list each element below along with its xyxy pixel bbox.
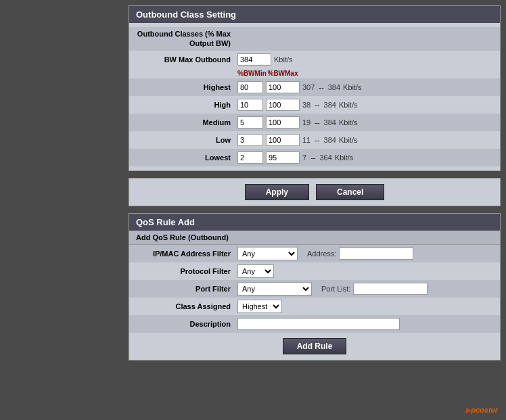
- class-label-highest: Highest: [129, 83, 237, 91]
- class-values-medium: 19 -- 384 Kbit/s: [237, 116, 500, 129]
- medium-val-min: 19: [302, 118, 310, 126]
- highest-unit: Kbit/s: [343, 83, 362, 91]
- outbound-panel-body: Outbound Classes (% Max Output BW) BW Ma…: [129, 23, 500, 170]
- low-pct-max[interactable]: [266, 134, 300, 146]
- high-unit: Kbit/s: [339, 101, 358, 109]
- class-assigned-value-cell: Highest High Medium Low Lowest: [237, 300, 500, 313]
- high-val-min: 38: [302, 101, 310, 109]
- class-values-lowest: 7 -- 364 Kbit/s: [237, 151, 500, 164]
- description-label: Description: [129, 320, 237, 328]
- medium-dash: --: [315, 118, 319, 126]
- ip-mac-label: IP/MAC Address Filter: [129, 250, 237, 258]
- high-val-max: 384: [324, 101, 336, 109]
- high-dash: --: [315, 101, 319, 109]
- lowest-unit: Kbit/s: [335, 154, 354, 162]
- highest-val-min: 307: [302, 83, 315, 91]
- port-select[interactable]: Any Source Port Dest Port: [237, 282, 312, 296]
- ip-mac-row: IP/MAC Address Filter Any Source IP Dest…: [129, 245, 500, 262]
- class-row-highest: Highest 307 -- 384 Kbit/s: [129, 78, 500, 96]
- class-row-high: High 38 -- 384 Kbit/s: [129, 96, 500, 114]
- highest-dash: --: [319, 83, 323, 91]
- class-row-medium: Medium 19 -- 384 Kbit/s: [129, 114, 500, 131]
- outbound-subheader-row: Outbound Classes (% Max Output BW): [129, 27, 500, 51]
- lowest-pct-max[interactable]: [266, 151, 300, 164]
- watermark-suffix: oster: [480, 406, 498, 414]
- bw-max-label: BW Max Outbound: [129, 55, 237, 64]
- qos-panel: QoS Rule Add Add QoS Rule (Outbound) IP/…: [129, 213, 501, 360]
- description-value-cell: [237, 318, 500, 330]
- low-val-min: 11: [302, 136, 310, 144]
- description-row: Description: [129, 315, 500, 333]
- lowest-val-max: 364: [319, 154, 331, 162]
- low-val-max: 384: [324, 136, 336, 144]
- cancel-button[interactable]: Cancel: [316, 184, 384, 200]
- class-label-medium: Medium: [129, 118, 237, 126]
- outbound-subheader-label: Outbound Classes (% Max Output BW): [129, 29, 237, 49]
- watermark: ▶pcoster: [465, 406, 498, 415]
- port-row: Port Filter Any Source Port Dest Port Po…: [129, 280, 500, 298]
- qos-panel-title: QoS Rule Add: [129, 214, 500, 231]
- outbound-panel-title: Outbound Class Setting: [129, 6, 500, 23]
- class-assigned-select[interactable]: Highest High Medium Low Lowest: [237, 300, 282, 313]
- col-pct-max-header: %BWMax: [266, 70, 300, 77]
- medium-pct-max[interactable]: [266, 116, 300, 129]
- protocol-row: Protocol Filter Any TCP UDP ICMP: [129, 262, 500, 280]
- col-header-area: %BWMin %BWMax: [237, 70, 300, 77]
- ip-mac-select[interactable]: Any Source IP Dest IP Source MAC: [237, 247, 298, 260]
- low-pct-min[interactable]: [237, 134, 263, 146]
- port-value-cell: Any Source Port Dest Port Port List:: [237, 282, 500, 296]
- add-rule-button[interactable]: Add Rule: [283, 338, 347, 354]
- class-row-low: Low 11 -- 384 Kbit/s: [129, 131, 500, 149]
- ip-mac-value-cell: Any Source IP Dest IP Source MAC Address…: [237, 247, 500, 260]
- low-unit: Kbit/s: [339, 136, 358, 144]
- protocol-value-cell: Any TCP UDP ICMP: [237, 264, 500, 278]
- class-values-highest: 307 -- 384 Kbit/s: [237, 81, 500, 93]
- col-pct-min-header: %BWMin: [237, 70, 263, 77]
- protocol-label: Protocol Filter: [129, 267, 237, 275]
- lowest-dash: --: [310, 154, 315, 162]
- address-input[interactable]: [339, 248, 413, 260]
- class-row-lowest: Lowest 7 -- 364 Kbit/s: [129, 149, 500, 166]
- class-label-lowest: Lowest: [129, 154, 237, 162]
- highest-pct-max[interactable]: [266, 81, 300, 93]
- class-label-high: High: [129, 101, 237, 109]
- qos-subheader: Add QoS Rule (Outbound): [129, 231, 500, 245]
- description-input[interactable]: [237, 318, 400, 330]
- bw-max-unit: Kbit/s: [274, 55, 293, 64]
- medium-pct-min[interactable]: [237, 116, 263, 129]
- outbound-panel: Outbound Class Setting Outbound Classes …: [129, 5, 501, 171]
- bw-max-input[interactable]: [237, 53, 271, 66]
- medium-unit: Kbit/s: [339, 118, 358, 126]
- address-label: Address:: [307, 250, 336, 258]
- lowest-val-min: 7: [302, 154, 306, 162]
- lowest-pct-min[interactable]: [237, 151, 263, 164]
- bw-max-row: BW Max Outbound Kbit/s: [129, 51, 500, 68]
- class-assigned-label: Class Assigned: [129, 302, 237, 310]
- medium-val-max: 384: [324, 118, 336, 126]
- class-assigned-row: Class Assigned Highest High Medium Low L…: [129, 298, 500, 315]
- column-headers: %BWMin %BWMax: [129, 68, 500, 78]
- highest-pct-min[interactable]: [237, 81, 263, 93]
- class-values-low: 11 -- 384 Kbit/s: [237, 134, 500, 146]
- port-list-label: Port List:: [321, 285, 350, 293]
- add-rule-row: Add Rule: [129, 333, 500, 360]
- port-list-input[interactable]: [353, 283, 428, 295]
- highest-val-max: 384: [328, 83, 340, 91]
- high-pct-min[interactable]: [237, 99, 263, 111]
- protocol-select[interactable]: Any TCP UDP ICMP: [237, 264, 274, 278]
- apply-button[interactable]: Apply: [245, 184, 309, 200]
- watermark-prefix: pc: [471, 406, 480, 414]
- action-buttons: Apply Cancel: [129, 178, 501, 206]
- high-pct-max[interactable]: [266, 99, 300, 111]
- class-label-low: Low: [129, 136, 237, 144]
- port-label: Port Filter: [129, 285, 237, 293]
- class-values-high: 38 -- 384 Kbit/s: [237, 99, 500, 111]
- low-dash: --: [315, 136, 319, 144]
- bw-max-value-cell: Kbit/s: [237, 53, 500, 66]
